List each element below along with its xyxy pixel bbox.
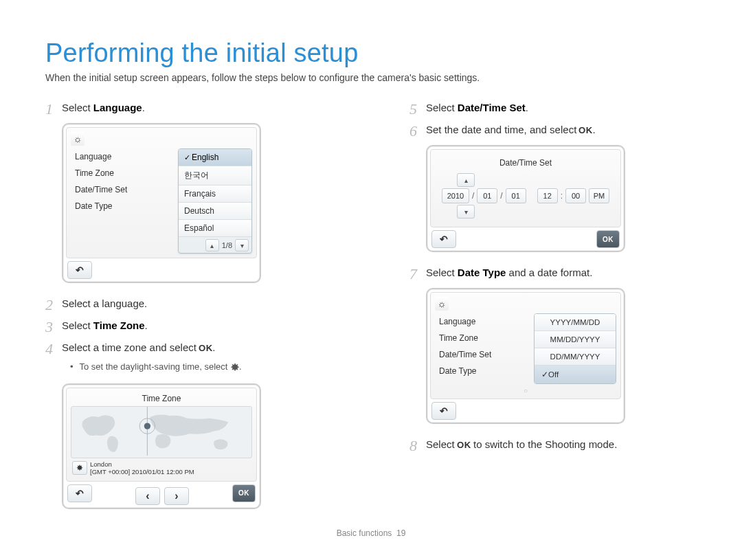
back-button[interactable] (67, 484, 92, 502)
intro-text: When the initial setup screen appears, f… (45, 72, 697, 83)
step-number: 7 (409, 262, 417, 286)
menu-item-language[interactable]: Language (435, 313, 531, 330)
menu-item-datetype[interactable]: Date Type (435, 363, 531, 379)
page-indicator: ○ (435, 384, 616, 394)
step-7: 7 Select Date Type and a date format. (409, 265, 705, 281)
ok-button[interactable]: OK (232, 484, 256, 502)
step-number: 2 (45, 293, 53, 317)
datetype-option-ddmmyyyy[interactable]: DD/MM/YYYY (535, 348, 616, 366)
left-column: 1 Select Language. Language Time Zone Da… (45, 100, 341, 522)
back-button[interactable] (431, 230, 456, 248)
step-number: 5 (409, 97, 417, 121)
page-down-button[interactable]: ▾ (235, 239, 249, 251)
ok-icon: OK (579, 124, 594, 137)
datetime-title: Date/Time Set (438, 158, 614, 172)
menu-item-datetype[interactable]: Date Type (71, 198, 175, 214)
lang-option-french[interactable]: Français (179, 186, 251, 203)
pager-label: 1/8 (222, 241, 232, 249)
day-field[interactable]: 01 (506, 188, 526, 203)
lang-option-spanish[interactable]: Español (179, 220, 251, 237)
step-2: 2 Select a language. (45, 295, 341, 312)
menu-item-datetimeset[interactable]: Date/Time Set (435, 346, 531, 363)
menu-item-timezone[interactable]: Time Zone (71, 165, 175, 181)
step-number: 1 (45, 97, 53, 121)
back-button[interactable] (431, 402, 456, 420)
datetype-option-mmddyyyy[interactable]: MM/DD/YYYY (535, 331, 616, 348)
sun-icon: ✸ (230, 359, 240, 377)
ok-icon: OK (457, 439, 471, 452)
page-title: Performing the initial setup (45, 38, 697, 68)
timezone-screen: Time Zone (62, 383, 261, 509)
datetype-options: YYYY/MM/DD MM/DD/YYYY DD/MM/YYYY ✓Off (534, 313, 616, 384)
step-8: 8 Select OK to switch to the Shooting mo… (409, 436, 705, 453)
year-field[interactable]: 2010 (442, 188, 469, 203)
lang-option-english[interactable]: English (179, 149, 251, 166)
back-button[interactable] (67, 261, 92, 279)
value-down-button[interactable]: ▾ (457, 205, 475, 219)
lang-option-korean[interactable]: 한국어 (179, 166, 251, 186)
datetime-screen: Date/Time Set ▴ 2010 / 01 / 01 12 : 00 (426, 145, 625, 252)
minute-field[interactable]: 00 (565, 188, 586, 203)
step-6: 6 Set the date and time, and select OK. (409, 122, 705, 138)
datetype-option-off[interactable]: ✓Off (535, 366, 616, 383)
step-number: 6 (409, 119, 417, 143)
prev-button[interactable] (135, 487, 160, 505)
step-1: 1 Select Language. (45, 100, 341, 116)
world-map[interactable] (71, 406, 252, 458)
gear-icon (71, 132, 85, 146)
menu-item-datetimeset[interactable]: Date/Time Set (71, 181, 175, 198)
step-number: 4 (45, 337, 53, 361)
step-3: 3 Select Time Zone. (45, 317, 341, 334)
next-button[interactable] (164, 487, 189, 505)
check-icon (184, 153, 192, 162)
ok-icon: OK (199, 342, 213, 355)
settings-menu-list: Language Time Zone Date/Time Set Date Ty… (435, 313, 531, 384)
value-up-button[interactable]: ▴ (457, 173, 475, 187)
svg-point-2 (144, 423, 150, 429)
page-footer: Basic functions 19 (0, 528, 742, 538)
ok-button[interactable]: OK (596, 230, 620, 248)
check-icon: ✓ (541, 370, 548, 379)
datetype-option-yyyymmdd[interactable]: YYYY/MM/DD (535, 314, 616, 331)
menu-item-timezone[interactable]: Time Zone (435, 330, 531, 346)
page-up-button[interactable]: ▴ (205, 239, 219, 251)
ampm-field[interactable]: PM (589, 188, 609, 203)
language-screen: Language Time Zone Date/Time Set Date Ty… (62, 123, 261, 283)
step-4: 4 Select a time zone and select OK. • To… (45, 339, 341, 377)
step-number: 3 (45, 315, 53, 339)
settings-menu-list: Language Time Zone Date/Time Set Date Ty… (71, 148, 175, 254)
month-field[interactable]: 01 (477, 188, 497, 203)
step-4-substep: • To set the daylight-saving time, selec… (70, 359, 341, 377)
step-5: 5 Select Date/Time Set. (409, 100, 705, 116)
hour-field[interactable]: 12 (537, 188, 558, 203)
lang-option-german[interactable]: Deutsch (179, 203, 251, 220)
dst-button[interactable] (72, 461, 87, 475)
menu-item-language[interactable]: Language (71, 148, 175, 165)
timezone-title: Time Zone (71, 392, 252, 406)
right-column: 5 Select Date/Time Set. 6 Set the date a… (409, 100, 705, 522)
step-number: 8 (409, 434, 417, 458)
world-map-svg (71, 407, 251, 456)
timezone-readout: London [GMT +00:00] 2010/01/01 12:00 PM (90, 460, 194, 475)
language-options: English 한국어 Français Deutsch Español ▴ 1… (178, 148, 252, 254)
gear-icon (435, 297, 449, 311)
datetype-screen: Language Time Zone Date/Time Set Date Ty… (426, 288, 625, 424)
